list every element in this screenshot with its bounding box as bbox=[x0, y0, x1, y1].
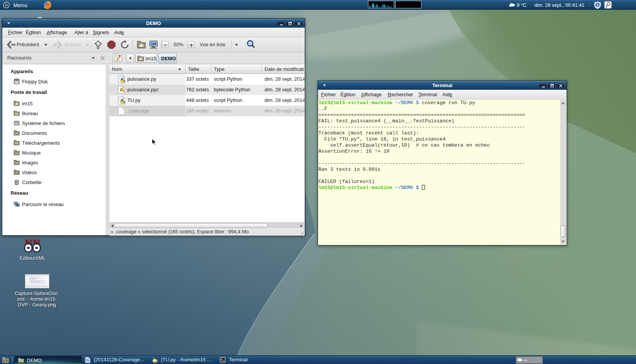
svg-text:i: i bbox=[597, 3, 598, 7]
